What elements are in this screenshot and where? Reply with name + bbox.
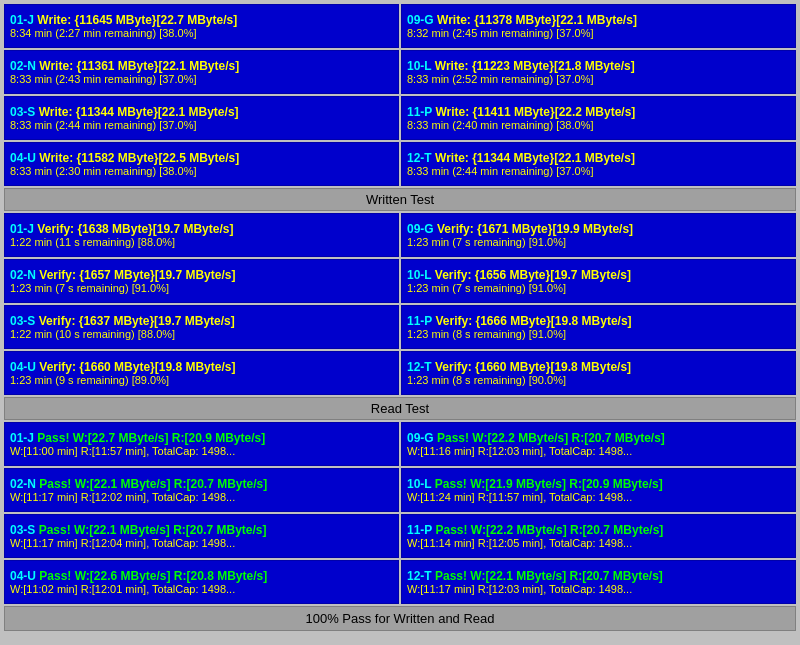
grid-cell-right-2: 11-P Verify: {1666 MByte}[19.8 MByte/s]1… [401, 305, 796, 349]
footer-status: 100% Pass for Written and Read [4, 606, 796, 631]
grid-cell-left-1: 02-N Pass! W:[22.1 MByte/s] R:[20.7 MByt… [4, 468, 399, 512]
grid-cell-right-0: 09-G Verify: {1671 MByte}[19.9 MByte/s]1… [401, 213, 796, 257]
grid-cell-right-1: 10-L Write: {11223 MByte}[21.8 MByte/s]8… [401, 50, 796, 94]
grid-cell-left-3: 04-U Verify: {1660 MByte}[19.8 MByte/s]1… [4, 351, 399, 395]
grid-cell-right-1: 10-L Pass! W:[21.9 MByte/s] R:[20.9 MByt… [401, 468, 796, 512]
read-section: 01-J Pass! W:[22.7 MByte/s] R:[20.9 MByt… [4, 422, 796, 604]
read-grid: 01-J Pass! W:[22.7 MByte/s] R:[20.9 MByt… [4, 422, 796, 604]
verify-section: 01-J Verify: {1638 MByte}[19.7 MByte/s]1… [4, 213, 796, 420]
grid-cell-left-0: 01-J Pass! W:[22.7 MByte/s] R:[20.9 MByt… [4, 422, 399, 466]
read-test-label: Read Test [4, 397, 796, 420]
grid-cell-right-3: 12-T Verify: {1660 MByte}[19.8 MByte/s]1… [401, 351, 796, 395]
grid-cell-left-2: 03-S Write: {11344 MByte}[22.1 MByte/s]8… [4, 96, 399, 140]
grid-cell-left-3: 04-U Pass! W:[22.6 MByte/s] R:[20.8 MByt… [4, 560, 399, 604]
grid-cell-left-1: 02-N Write: {11361 MByte}[22.1 MByte/s]8… [4, 50, 399, 94]
write-grid: 01-J Write: {11645 MByte}[22.7 MByte/s]8… [4, 4, 796, 186]
grid-cell-left-1: 02-N Verify: {1657 MByte}[19.7 MByte/s]1… [4, 259, 399, 303]
grid-cell-right-3: 12-T Pass! W:[22.1 MByte/s] R:[20.7 MByt… [401, 560, 796, 604]
grid-cell-right-2: 11-P Write: {11411 MByte}[22.2 MByte/s]8… [401, 96, 796, 140]
grid-cell-right-3: 12-T Write: {11344 MByte}[22.1 MByte/s]8… [401, 142, 796, 186]
write-section: 01-J Write: {11645 MByte}[22.7 MByte/s]8… [4, 4, 796, 211]
grid-cell-right-1: 10-L Verify: {1656 MByte}[19.7 MByte/s]1… [401, 259, 796, 303]
verify-grid: 01-J Verify: {1638 MByte}[19.7 MByte/s]1… [4, 213, 796, 395]
write-test-label: Written Test [4, 188, 796, 211]
grid-cell-right-0: 09-G Write: {11378 MByte}[22.1 MByte/s]8… [401, 4, 796, 48]
grid-cell-left-2: 03-S Verify: {1637 MByte}[19.7 MByte/s]1… [4, 305, 399, 349]
grid-cell-left-0: 01-J Write: {11645 MByte}[22.7 MByte/s]8… [4, 4, 399, 48]
main-container: 01-J Write: {11645 MByte}[22.7 MByte/s]8… [0, 0, 800, 635]
grid-cell-left-2: 03-S Pass! W:[22.1 MByte/s] R:[20.7 MByt… [4, 514, 399, 558]
grid-cell-right-0: 09-G Pass! W:[22.2 MByte/s] R:[20.7 MByt… [401, 422, 796, 466]
grid-cell-left-3: 04-U Write: {11582 MByte}[22.5 MByte/s]8… [4, 142, 399, 186]
grid-cell-left-0: 01-J Verify: {1638 MByte}[19.7 MByte/s]1… [4, 213, 399, 257]
grid-cell-right-2: 11-P Pass! W:[22.2 MByte/s] R:[20.7 MByt… [401, 514, 796, 558]
